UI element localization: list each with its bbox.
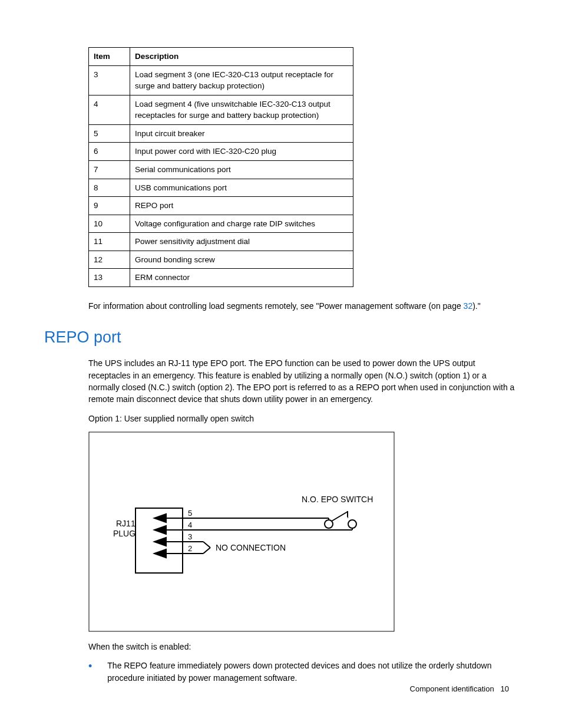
svg-line-15 [203,548,210,554]
table-row: 11Power sensitivity adjustment dial [89,233,353,251]
option-caption: Option 1: User supplied normally open sw… [88,413,518,424]
cell-item: 8 [89,179,130,197]
svg-point-18 [325,520,333,528]
th-description: Description [130,48,353,66]
para1-post: )." [472,301,481,311]
svg-marker-12 [154,549,166,558]
table-row: 7Serial communications port [89,160,353,179]
cell-description: Input power cord with IEC-320-C20 plug [130,143,353,161]
svg-point-16 [348,520,356,528]
svg-marker-6 [154,526,166,534]
para-switch-enabled: When the switch is enabled: [88,641,518,653]
rj11-label-line1: RJ11 [116,519,135,528]
table-row: 9REPO port [89,197,353,215]
cell-item: 9 [89,197,130,215]
cell-item: 4 [89,95,130,124]
cell-description: Power sensitivity adjustment dial [130,233,353,251]
th-item: Item [89,48,130,66]
cell-description: Ground bonding screw [130,251,353,269]
cell-description: USB communications port [130,179,353,197]
footer-section: Component identification [410,684,494,693]
table-row: 13ERM connector [89,269,353,287]
cell-description: Input circuit breaker [130,124,353,143]
pin-5-label: 5 [188,509,192,518]
svg-marker-3 [154,514,166,522]
para-repo-description: The UPS includes an RJ-11 type EPO port.… [88,357,518,405]
cell-item: 13 [89,269,130,287]
pin-3-label: 3 [188,532,192,541]
bullet-icon: • [88,661,92,671]
pin-4-label: 4 [188,521,192,529]
table-row: 8USB communications port [89,179,353,197]
cell-description: Voltage configuration and charge rate DI… [130,215,353,233]
para-load-segments: For information about controlling load s… [88,300,518,312]
no-epo-switch-label: N.O. EPO SWITCH [302,495,373,504]
cell-description: Serial communications port [130,160,353,179]
section-heading-repo-port: REPO port [44,326,518,349]
pin-2-label: 2 [188,544,192,553]
cell-description: ERM connector [130,269,353,287]
cell-item: 5 [89,124,130,143]
cell-description: Load segment 3 (one IEC-320-C13 output r… [130,65,353,95]
table-row: 4Load segment 4 (five unswitchable IEC-3… [89,95,353,124]
cell-description: Load segment 4 (five unswitchable IEC-32… [130,95,353,124]
cell-item: 10 [89,215,130,233]
rj11-label-line2: PLUG [113,529,135,538]
table-row: 6Input power cord with IEC-320-C20 plug [89,143,353,161]
cell-item: 11 [89,233,130,251]
table-row: 5Input circuit breaker [89,124,353,143]
table-row: 10Voltage configuration and charge rate … [89,215,353,233]
svg-marker-9 [154,538,166,546]
table-row: 12Ground bonding screw [89,251,353,269]
component-table: Item Description 3Load segment 3 (one IE… [88,47,353,287]
bullet-text-1: The REPO feature immediately powers down… [107,660,518,684]
no-connection-label: NO CONNECTION [216,543,286,552]
svg-line-25 [332,512,348,521]
repo-wiring-diagram: RJ11 PLUG 5 4 3 2 [88,431,518,635]
link-page-32[interactable]: 32 [464,301,473,311]
footer-page-number: 10 [501,684,509,693]
cell-item: 6 [89,143,130,161]
page-footer: Component identification 10 [410,684,509,695]
cell-description: REPO port [130,197,353,215]
cell-item: 7 [89,160,130,179]
cell-item: 3 [89,65,130,95]
table-row: 3Load segment 3 (one IEC-320-C13 output … [89,65,353,95]
svg-line-14 [203,542,210,548]
cell-item: 12 [89,251,130,269]
bullet-item-1: • The REPO feature immediately powers do… [88,660,518,684]
para1-pre: For information about controlling load s… [88,301,464,311]
